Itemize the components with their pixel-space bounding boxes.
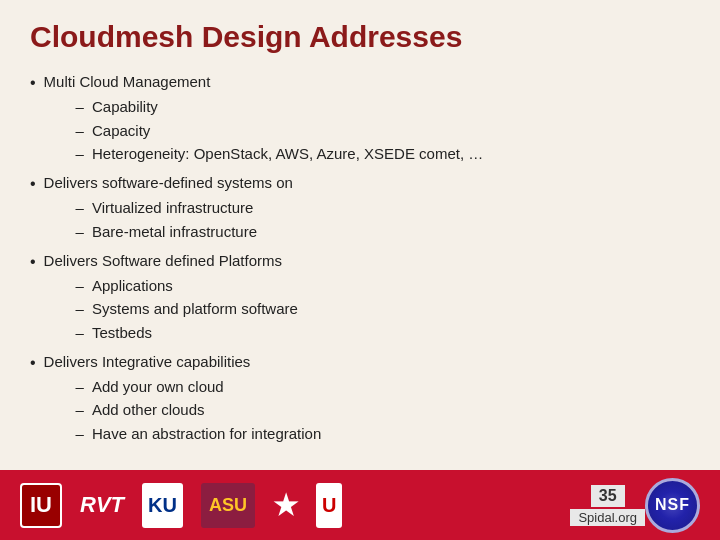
- sub-list-3: – Applications – Systems and platform so…: [76, 274, 298, 344]
- bullet-3: • Delivers Software defined Platforms – …: [30, 249, 690, 346]
- logo-asu: ASU: [201, 483, 255, 528]
- sub-item-4-2: – Add other clouds: [76, 398, 322, 421]
- bullet-2: • Delivers software-defined systems on –…: [30, 171, 690, 245]
- bullet-dot-2: •: [30, 172, 36, 197]
- dash: –: [76, 95, 84, 118]
- sub-item-3-2: – Systems and platform software: [76, 297, 298, 320]
- sub-item-1-3: – Heterogeneity: OpenStack, AWS, Azure, …: [76, 142, 484, 165]
- logo-star: ★: [273, 483, 298, 528]
- footer: IU RVT KU ASU ★ U 35 Spidal.org NSF: [0, 470, 720, 540]
- sub-list-4: – Add your own cloud – Add other clouds …: [76, 375, 322, 445]
- sub-text-1-3: Heterogeneity: OpenStack, AWS, Azure, XS…: [92, 142, 483, 165]
- bullet-dot-4: •: [30, 351, 36, 376]
- nsf-label: NSF: [655, 496, 690, 514]
- sub-text-2-1: Virtualized infrastructure: [92, 196, 253, 219]
- sub-text-3-1: Applications: [92, 274, 173, 297]
- sub-item-3-1: – Applications: [76, 274, 298, 297]
- logo-ku: KU: [142, 483, 183, 528]
- dash: –: [76, 220, 84, 243]
- dash: –: [76, 274, 84, 297]
- bullet-3-text: Delivers Software defined Platforms: [44, 252, 282, 269]
- sub-item-2-2: – Bare-metal infrastructure: [76, 220, 293, 243]
- page-url: Spidal.org: [570, 509, 645, 526]
- bullet-4-text: Delivers Integrative capabilities: [44, 353, 251, 370]
- sub-list-2: – Virtualized infrastructure – Bare-meta…: [76, 196, 293, 243]
- sub-text-2-2: Bare-metal infrastructure: [92, 220, 257, 243]
- sub-text-1-2: Capacity: [92, 119, 150, 142]
- sub-list-1: – Capability – Capacity – Heterogeneity:…: [76, 95, 484, 165]
- logo-utah: U: [316, 483, 342, 528]
- bullet-dot-3: •: [30, 250, 36, 275]
- bullet-4: • Delivers Integrative capabilities – Ad…: [30, 350, 690, 447]
- bullet-dot-1: •: [30, 71, 36, 96]
- footer-logos: IU RVT KU ASU ★ U: [20, 483, 570, 528]
- dash: –: [76, 321, 84, 344]
- sub-text-3-3: Testbeds: [92, 321, 152, 344]
- slide-title: Cloudmesh Design Addresses: [30, 20, 690, 54]
- bullet-2-text: Delivers software-defined systems on: [44, 174, 293, 191]
- dash: –: [76, 398, 84, 421]
- dash: –: [76, 196, 84, 219]
- page-number: 35: [591, 485, 625, 507]
- sub-item-2-1: – Virtualized infrastructure: [76, 196, 293, 219]
- dash: –: [76, 375, 84, 398]
- dash: –: [76, 142, 84, 165]
- slide-content: • Multi Cloud Management – Capability – …: [30, 70, 690, 470]
- sub-text-1-1: Capability: [92, 95, 158, 118]
- sub-item-4-1: – Add your own cloud: [76, 375, 322, 398]
- sub-text-4-2: Add other clouds: [92, 398, 205, 421]
- sub-text-4-3: Have an abstraction for integration: [92, 422, 321, 445]
- bullet-1: • Multi Cloud Management – Capability – …: [30, 70, 690, 167]
- sub-item-1-1: – Capability: [76, 95, 484, 118]
- dash: –: [76, 119, 84, 142]
- sub-text-3-2: Systems and platform software: [92, 297, 298, 320]
- footer-right: 35 Spidal.org: [570, 485, 645, 526]
- sub-text-4-1: Add your own cloud: [92, 375, 224, 398]
- dash: –: [76, 422, 84, 445]
- dash: –: [76, 297, 84, 320]
- logo-iu: IU: [20, 483, 62, 528]
- sub-item-3-3: – Testbeds: [76, 321, 298, 344]
- bullet-1-text: Multi Cloud Management: [44, 73, 211, 90]
- nsf-logo: NSF: [645, 478, 700, 533]
- sub-item-1-2: – Capacity: [76, 119, 484, 142]
- slide: Cloudmesh Design Addresses • Multi Cloud…: [0, 0, 720, 540]
- sub-item-4-3: – Have an abstraction for integration: [76, 422, 322, 445]
- logo-rvt: RVT: [80, 483, 124, 528]
